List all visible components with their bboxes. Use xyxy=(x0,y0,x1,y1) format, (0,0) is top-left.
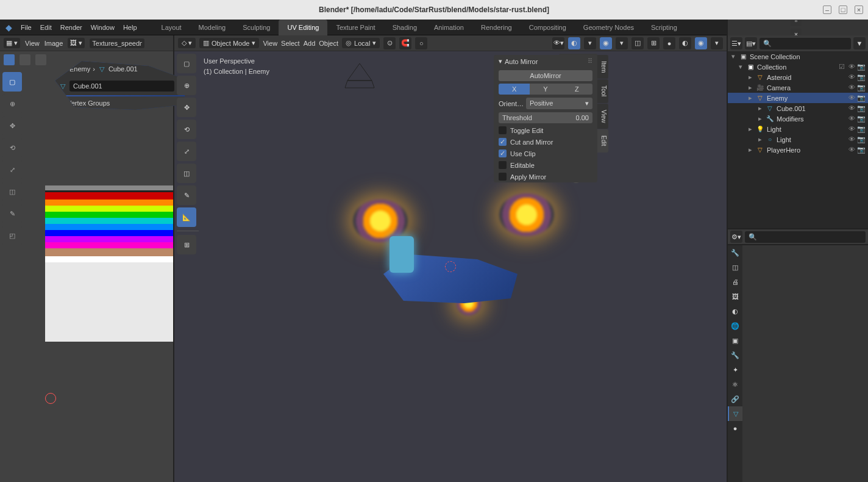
threshold-field[interactable]: Threshold0.00 xyxy=(499,112,592,123)
tab-particles[interactable]: ✦ xyxy=(728,362,742,377)
outliner-type-dropdown[interactable]: ☰▾ xyxy=(730,37,742,49)
render-icon[interactable]: 📷 xyxy=(857,125,866,133)
outliner-row-asteroid[interactable]: ▸▽Asteroid👁📷 xyxy=(728,72,868,82)
eye-icon[interactable]: 👁 xyxy=(847,94,856,102)
uv-image-browse-icon[interactable]: 🖼 ▾ xyxy=(68,38,85,48)
viewport-3d[interactable] xyxy=(174,51,727,482)
close-button[interactable]: × xyxy=(855,5,863,14)
shading-dropdown-icon[interactable]: ▾ xyxy=(711,37,723,49)
tool-cursor[interactable]: ⊕ xyxy=(177,76,196,95)
gizmo-dropdown-icon[interactable]: ▾ xyxy=(584,37,596,49)
uv-tool-annotate[interactable]: ✎ xyxy=(2,204,22,223)
render-icon[interactable]: 📷 xyxy=(857,63,866,71)
shading-wireframe-icon[interactable]: ⊞ xyxy=(647,37,660,49)
overlay-toggle-icon[interactable]: ◉ xyxy=(600,37,612,49)
editor-type-dropdown[interactable]: ▦ ▾ xyxy=(4,38,20,48)
tab-render[interactable]: ◫ xyxy=(728,260,742,275)
properties-type-dropdown[interactable]: ⚙▾ xyxy=(730,231,742,243)
use-clip-checkbox[interactable]: ✓Use Clip xyxy=(494,148,597,159)
menu-file[interactable]: File xyxy=(21,24,32,31)
workspace-tab-shading[interactable]: Shading xyxy=(384,20,425,35)
menu-help[interactable]: Help xyxy=(123,24,137,31)
outliner-row-enemy[interactable]: ▸▽Enemy👁📷 xyxy=(728,93,868,103)
tool-measure[interactable]: 📐 xyxy=(177,207,196,227)
axis-x-button[interactable]: X xyxy=(499,84,530,95)
tool-scale[interactable]: ⤢ xyxy=(177,142,196,161)
outliner-filter-icon[interactable]: ▼ xyxy=(853,37,866,49)
xray-icon[interactable]: ◫ xyxy=(631,37,644,49)
automirror-button[interactable]: AutoMirror xyxy=(499,70,592,81)
workspace-tab-modeling[interactable]: Modeling xyxy=(190,20,235,35)
uv-tool-transform[interactable]: ◫ xyxy=(2,182,22,201)
toggle-edit-checkbox[interactable]: Toggle Edit xyxy=(494,124,597,136)
visibility-dropdown-icon[interactable]: 👁▾ xyxy=(552,37,564,49)
apply-mirror-checkbox[interactable]: Apply Mirror xyxy=(494,171,597,182)
uv-tool-rip[interactable]: ◰ xyxy=(2,226,22,245)
workspace-tab-sculpting[interactable]: Sculpting xyxy=(234,20,279,35)
chevron-down-icon[interactable]: ▾ xyxy=(499,57,502,65)
uv-tool-select-box[interactable]: ▢ xyxy=(2,72,22,92)
eye-icon[interactable]: 👁 xyxy=(847,115,856,123)
outliner-row-collection[interactable]: ▾▣ Collection ☑👁📷 xyxy=(728,62,868,72)
render-icon[interactable]: 📷 xyxy=(857,94,866,102)
cut-mirror-checkbox[interactable]: ✓Cut and Mirror xyxy=(494,136,597,148)
eye-icon[interactable]: 👁 xyxy=(847,104,856,112)
exclude-checkbox-icon[interactable]: ☑ xyxy=(838,63,846,71)
tool-select-box[interactable]: ▢ xyxy=(177,54,196,73)
workspace-tab-animation[interactable]: Animation xyxy=(425,20,472,35)
maximize-button[interactable]: □ xyxy=(839,5,847,14)
shading-matprev-icon[interactable]: ◐ xyxy=(679,37,691,49)
axis-y-button[interactable]: Y xyxy=(530,84,561,95)
workspace-tab-geometry-nodes[interactable]: Geometry Nodes xyxy=(575,20,642,35)
eye-icon[interactable]: 👁 xyxy=(847,135,856,143)
outliner-row-cube-001[interactable]: ▸▽Cube.001👁📷 xyxy=(728,103,868,113)
tab-output[interactable]: 🖨 xyxy=(728,275,742,289)
tab-viewlayer[interactable]: 🖼 xyxy=(728,289,742,304)
outliner-row-scene[interactable]: ▾▣ Scene Collection xyxy=(728,51,868,62)
orientation-dropdown[interactable]: ◎ Local ▾ xyxy=(342,38,380,48)
panel-grip-icon[interactable]: ⠿ xyxy=(588,57,592,65)
render-icon[interactable]: 📷 xyxy=(857,146,866,154)
mode-dropdown[interactable]: ▥ Object Mode ▾ xyxy=(199,38,259,48)
view3d-menu-object[interactable]: Object xyxy=(319,40,338,47)
uv-tool-move[interactable]: ✥ xyxy=(2,116,22,135)
view3d-menu-view[interactable]: View xyxy=(263,40,277,47)
uv-menu-view[interactable]: View xyxy=(25,40,40,47)
crumb-mesh[interactable]: Cube.001 xyxy=(108,65,138,73)
view3d-menu-select[interactable]: Select xyxy=(281,40,300,47)
shading-solid-icon[interactable]: ● xyxy=(663,37,675,49)
mesh-name-input[interactable] xyxy=(69,81,174,92)
tab-data[interactable]: ▽ xyxy=(728,406,742,421)
render-icon[interactable]: 📷 xyxy=(857,84,866,92)
render-icon[interactable]: 📷 xyxy=(857,115,866,123)
tab-tool[interactable]: 🔧 xyxy=(728,245,742,260)
uv-select-vertex-icon[interactable] xyxy=(20,54,30,65)
axis-z-button[interactable]: Z xyxy=(561,84,592,95)
disclosure-icon[interactable]: ▸ xyxy=(757,104,763,112)
uv-canvas[interactable]: 🔍 ✋ xyxy=(24,68,173,482)
tool-annotate[interactable]: ✎ xyxy=(177,185,196,205)
disclosure-icon[interactable]: ▸ xyxy=(757,115,763,123)
render-icon[interactable]: 📷 xyxy=(857,135,866,143)
uv-image-name-input[interactable] xyxy=(90,38,144,48)
uv-tool-cursor[interactable]: ⊕ xyxy=(2,94,22,113)
disclosure-icon[interactable]: ▸ xyxy=(747,84,753,92)
workspace-tab-scripting[interactable]: Scripting xyxy=(642,20,686,35)
outliner-row-light[interactable]: ▸💡Light👁📷 xyxy=(728,124,868,134)
uv-select-edge-icon[interactable] xyxy=(35,54,46,65)
eye-icon[interactable]: 👁 xyxy=(847,125,856,133)
tab-scene[interactable]: ◐ xyxy=(728,304,742,318)
workspace-tab-uv-editing[interactable]: UV Editing xyxy=(279,20,327,35)
workspace-tab-texture-paint[interactable]: Texture Paint xyxy=(327,20,383,35)
overlay-dropdown-icon[interactable]: ▾ xyxy=(616,37,628,49)
disclosure-icon[interactable]: ▸ xyxy=(747,146,753,154)
uv-tool-scale[interactable]: ⤢ xyxy=(2,160,22,179)
uv-menu-image[interactable]: Image xyxy=(44,40,63,47)
eye-icon[interactable]: 👁 xyxy=(847,73,856,81)
pivot-icon[interactable]: ⊙ xyxy=(383,37,396,49)
disclosure-icon[interactable]: ▸ xyxy=(747,125,753,133)
outliner-row-camera[interactable]: ▸🎥Camera👁📷 xyxy=(728,82,868,93)
uv-texture-image[interactable] xyxy=(45,185,173,342)
view3d-menu-add[interactable]: Add xyxy=(304,40,316,47)
disclosure-icon[interactable]: ▸ xyxy=(757,135,763,143)
